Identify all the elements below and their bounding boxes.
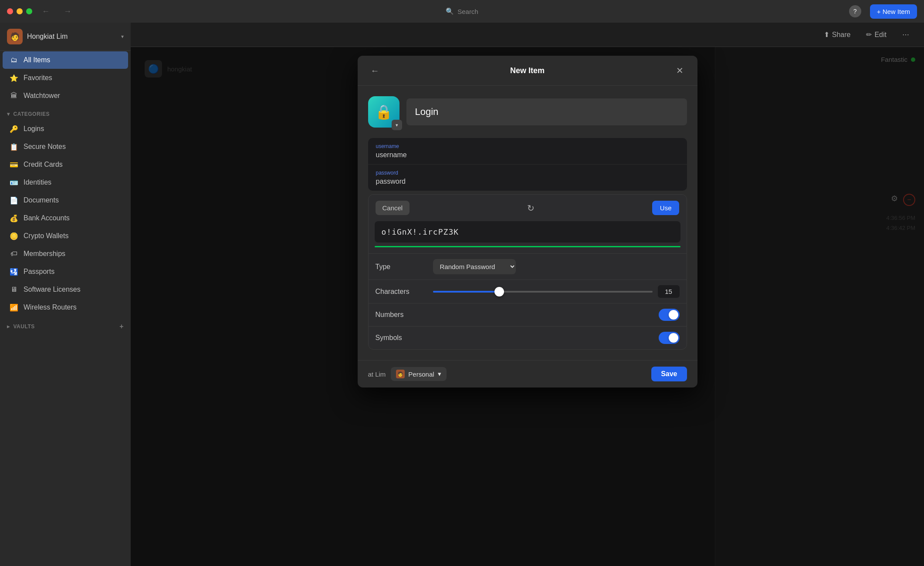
minimize-window-button[interactable] [17,8,23,14]
close-window-button[interactable] [7,8,13,14]
toggle-knob [669,310,678,320]
search-bar: 🔍 Search [446,7,478,15]
more-button[interactable]: ⋯ [898,28,914,41]
sidebar-item-favorites[interactable]: ⭐ Favorites [3,69,128,87]
save-button[interactable]: Save [651,367,687,381]
software-licenses-icon: 🖥 [10,285,18,294]
sidebar-item-label: Logins [24,125,44,133]
sidebar-item-label: Memberships [24,250,65,258]
modal-back-button[interactable]: ← [368,64,382,77]
numbers-label: Numbers [376,311,428,319]
vault-avatar: 🧑 [396,370,405,378]
type-dropdown-badge[interactable]: ▾ [392,120,402,130]
item-type-row: 🔒 ▾ [368,96,687,128]
logins-icon: 🔑 [10,125,18,133]
item-type-icon[interactable]: 🔒 ▾ [368,96,399,128]
sidebar-item-watchtower[interactable]: 🏛 Watchtower [3,87,128,104]
pwd-gen-top: Cancel ↻ Use [369,195,687,221]
nav-forward-button[interactable]: → [59,4,76,19]
passports-icon: 🛂 [10,267,18,276]
symbols-label: Symbols [376,334,428,342]
watchtower-icon: 🏛 [10,91,18,100]
maximize-window-button[interactable] [26,8,32,14]
sidebar-item-secure-notes[interactable]: 📋 Secure Notes [3,138,128,155]
sidebar-item-credit-cards[interactable]: 💳 Credit Cards [3,156,128,173]
sidebar-item-identities[interactable]: 🪪 Identities [3,174,128,191]
slider-thumb[interactable] [494,287,504,296]
form-section-credentials: username username password password [368,138,687,191]
modal-close-button[interactable]: ✕ [673,64,687,77]
password-field[interactable]: password password [368,165,687,191]
edit-button[interactable]: ✏ Edit [862,28,891,41]
username-field[interactable]: username username [368,138,687,165]
new-item-label: + New Item [877,8,910,15]
lock-icon: 🔒 [375,104,393,120]
vaults-chevron-icon[interactable]: ▸ [7,323,10,330]
characters-row: Characters [369,280,687,303]
sidebar-user[interactable]: 🧑 Hongkiat Lim ▾ [0,23,131,51]
sidebar-item-label: Wireless Routers [24,303,77,311]
sidebar-item-memberships[interactable]: 🏷 Memberships [3,245,128,263]
sidebar-item-wireless-routers[interactable]: 📶 Wireless Routers [3,299,128,316]
type-row: Type Random Password Memorable Password … [369,253,687,280]
titlebar: ← → 🔍 Search ? + New Item [0,0,924,23]
new-item-modal: ← New Item ✕ 🔒 [358,56,697,387]
characters-value-input[interactable] [658,285,680,298]
sidebar-item-label: Credit Cards [24,161,63,168]
password-generator: Cancel ↻ Use o!iG [368,194,687,350]
assign-to-label: at Lim [368,371,386,378]
content-toolbar: ⬆ Share ✏ Edit ⋯ [131,23,924,47]
modal-backdrop[interactable]: ← New Item ✕ 🔒 [131,47,924,566]
pwd-cancel-button[interactable]: Cancel [376,201,410,215]
refresh-icon: ↻ [527,203,535,213]
traffic-lights [7,8,32,14]
search-placeholder: Search [457,8,478,15]
symbols-row: Symbols [369,326,687,349]
vault-chevron-icon: ▾ [438,370,441,378]
secure-notes-icon: 📋 [10,142,18,151]
back-icon: ← [371,66,379,76]
favorites-icon: ⭐ [10,74,18,82]
sidebar-item-label: Software Licenses [24,286,81,293]
sidebar-item-passports[interactable]: 🛂 Passports [3,263,128,280]
generated-password-display: o!iGnX!.ircPZ3K [375,221,680,243]
sidebar-item-label: Identities [24,179,51,186]
sidebar-item-label: Bank Accounts [24,214,70,222]
categories-chevron-icon: ▾ [7,111,10,117]
sidebar-item-bank-accounts[interactable]: 💰 Bank Accounts [3,209,128,227]
chevron-down-icon: ▾ [121,34,124,40]
crypto-wallets-icon: 🪙 [10,232,18,240]
share-button[interactable]: ⬆ Share [819,28,855,41]
modal-body: 🔒 ▾ username username [358,86,697,360]
numbers-toggle[interactable] [659,309,680,321]
item-title-input[interactable] [406,98,687,125]
pwd-use-button[interactable]: Use [652,201,680,215]
type-select[interactable]: Random Password Memorable Password PIN [433,259,516,274]
documents-icon: 📄 [10,196,18,205]
sidebar-item-label: Documents [24,196,59,204]
new-item-button[interactable]: + New Item [870,4,917,19]
sidebar-item-crypto-wallets[interactable]: 🪙 Crypto Wallets [3,227,128,245]
categories-label: CATEGORIES [14,111,50,117]
sidebar-item-documents[interactable]: 📄 Documents [3,192,128,209]
close-icon: ✕ [676,65,684,76]
pwd-refresh-button[interactable]: ↻ [527,203,535,213]
categories-header[interactable]: ▾ CATEGORIES [0,105,131,120]
type-label: Type [376,263,428,271]
vault-select[interactable]: 🧑 Personal ▾ [391,367,446,381]
sidebar-item-label: Passports [24,268,54,276]
nav-back-button[interactable]: ← [37,4,54,19]
characters-label: Characters [376,288,428,296]
more-icon: ⋯ [902,30,909,39]
avatar: 🧑 [7,29,23,44]
add-vault-icon[interactable]: + [119,323,124,330]
sidebar-item-logins[interactable]: 🔑 Logins [3,120,128,138]
sidebar-item-software-licenses[interactable]: 🖥 Software Licenses [3,281,128,298]
vaults-label: VAULTS [14,323,35,330]
share-label: Share [832,31,851,39]
sidebar-item-all-items[interactable]: 🗂 All Items [3,51,128,69]
credit-cards-icon: 💳 [10,160,18,169]
support-icon[interactable]: ? [849,5,861,17]
sidebar-item-label: All Items [24,56,50,64]
symbols-toggle[interactable] [659,332,680,344]
